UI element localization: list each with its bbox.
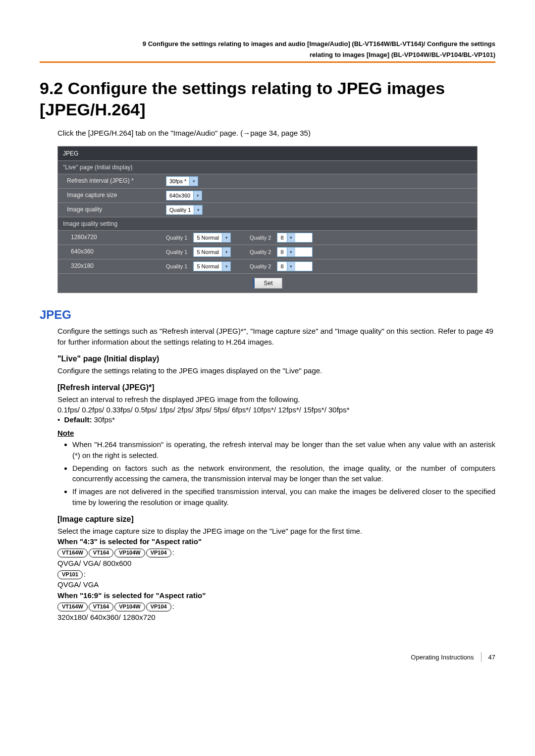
resolutions-16-9: 320x180/ 640x360/ 1280x720 [57,612,495,623]
model-badge: VP104W [114,549,145,557]
chevron-down-icon: ▾ [222,262,230,271]
refresh-interval-row: Refresh interval (JPEG) * 30fps * ▾ [58,174,477,189]
image-capture-size-select[interactable]: 640x360 ▾ [166,191,202,201]
quality1-select[interactable]: 5 Normal▾ [193,261,231,271]
image-capture-size-text: Select the image capture size to display… [57,526,495,537]
chevron-down-icon: ▾ [194,205,202,214]
page-header-line2: relating to images [Image] (BL-VP104W/BL… [40,50,495,59]
notes-list: When "H.264 transmission" is operating, … [72,439,495,508]
resolution-label: 640x360 [58,245,162,259]
quality-setting-row: 640x360Quality 15 Normal▾Quality 28▾ [58,245,477,259]
footer-page-number: 47 [488,654,495,661]
panel-footer: Set [58,274,477,293]
image-quality-row: Image quality Quality 1 ▾ [58,203,477,217]
model-badge: VP104W [114,603,145,611]
quality-setting-row: 320x180Quality 15 Normal▾Quality 28▾ [58,259,477,274]
quality2-label: Quality 2 [250,235,271,241]
intro-text: Click the [JPEG/H.264] tab on the "Image… [57,129,495,137]
live-page-heading: "Live" page (Initial display) [57,354,495,363]
models-line-1: VT164WVT164VP104WVP104: [57,547,495,558]
live-page-subheader: "Live" page (Initial display) [58,161,477,174]
refresh-text-1: Select an interval to refresh the displa… [57,394,495,405]
quality2-label: Quality 2 [250,249,271,255]
resolutions-4-3-b: QVGA/ VGA [57,579,495,590]
model-badge: VT164W [57,549,88,557]
quality2-select[interactable]: 8▾ [277,261,313,271]
chevron-down-icon: ▾ [193,191,202,200]
section-title: 9.2 Configure the settings relating to J… [40,78,495,120]
image-capture-size-label: Image capture size [58,189,162,202]
page-header-line1: 9 Configure the settings relating to ima… [40,40,495,49]
page-footer: Operating Instructions 47 [40,652,495,662]
when-16-9-line: When "16:9" is selected for "Aspect rati… [57,590,495,601]
chevron-down-icon: ▾ [222,233,230,242]
resolutions-4-3-a: QVGA/ VGA/ 800x600 [57,558,495,569]
chevron-down-icon: ▾ [189,177,198,186]
default-line: • Default: 30fps* [57,415,495,424]
image-quality-setting-header: Image quality setting [58,217,477,231]
refresh-interval-select[interactable]: 30fps * ▾ [166,176,198,186]
when-4-3-line: When "4:3" is selected for "Aspect ratio… [57,536,495,547]
quality1-label: Quality 1 [166,263,187,269]
resolution-label: 1280x720 [58,231,162,245]
footer-divider [481,652,482,662]
model-badge: VT164W [57,603,88,611]
set-button[interactable]: Set [253,278,282,289]
chevron-down-icon: ▾ [287,233,295,242]
model-badge: VP101 [57,570,83,579]
jpeg-intro-text: Configure the settings such as "Refresh … [57,326,495,348]
model-badge: VT164 [89,549,113,557]
quality1-select[interactable]: 5 Normal▾ [193,247,231,257]
image-quality-label: Image quality [58,203,162,217]
chevron-down-icon: ▾ [222,248,230,256]
note-heading: Note [57,429,495,437]
image-quality-select[interactable]: Quality 1 ▾ [166,205,203,215]
chevron-down-icon: ▾ [287,262,295,271]
refresh-interval-label: Refresh interval (JPEG) * [58,174,162,188]
live-page-text: Configure the settings relating to the J… [57,365,495,376]
quality1-label: Quality 1 [166,249,187,255]
image-capture-size-row: Image capture size 640x360 ▾ [58,189,477,203]
note-item: If images are not delivered in the speci… [72,486,495,508]
model-badge: VP104 [146,603,171,611]
chevron-down-icon: ▾ [287,248,295,256]
image-capture-size-heading: [Image capture size] [57,515,495,524]
quality2-select[interactable]: 8▾ [277,233,313,243]
quality2-label: Quality 2 [250,263,271,269]
quality-setting-row: 1280x720Quality 15 Normal▾Quality 28▾ [58,231,477,245]
jpeg-panel-header: JPEG [58,147,477,161]
models-line-2: VP101: [57,569,495,580]
note-item: When "H.264 transmission" is operating, … [72,439,495,461]
resolution-label: 320x180 [58,259,162,273]
quality1-select[interactable]: 5 Normal▾ [193,233,231,243]
refresh-interval-heading: [Refresh interval (JPEG)*] [57,383,495,392]
settings-panel-screenshot: JPEG "Live" page (Initial display) Refre… [57,146,478,293]
models-line-3: VT164WVT164VP104WVP104: [57,601,495,612]
refresh-text-2: 0.1fps/ 0.2fps/ 0.33fps/ 0.5fps/ 1fps/ 2… [57,404,495,415]
quality2-select[interactable]: 8▾ [277,247,313,257]
model-badge: VP104 [146,549,171,557]
note-item: Depending on factors such as the network… [72,463,495,485]
header-divider [40,61,495,63]
footer-label: Operating Instructions [411,654,474,661]
quality1-label: Quality 1 [166,235,187,241]
jpeg-section-heading: JPEG [40,308,495,322]
model-badge: VT164 [89,603,113,611]
